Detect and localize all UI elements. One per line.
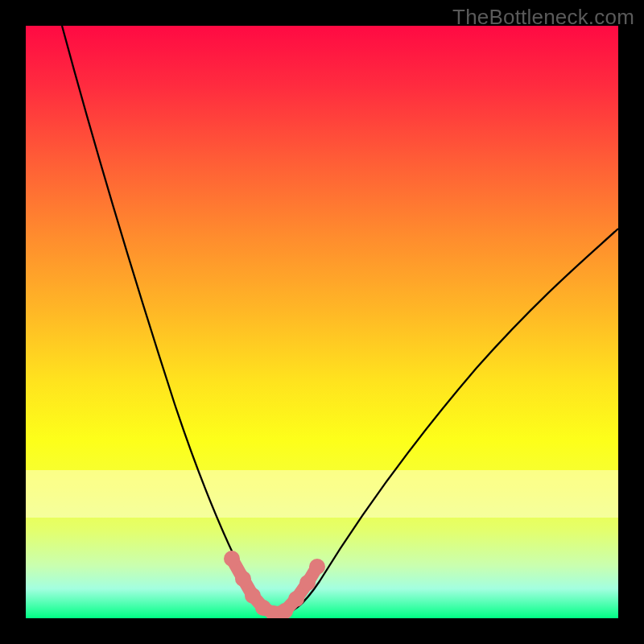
optimal-zone-point: [309, 559, 325, 575]
left-curve: [62, 26, 275, 616]
optimal-zone-point: [235, 571, 251, 587]
right-curve: [275, 229, 618, 616]
chart-svg: [26, 26, 618, 618]
optimal-zone-point: [299, 575, 316, 591]
plot-area: [26, 26, 618, 618]
optimal-zone-point: [288, 591, 304, 607]
optimal-zone-point: [224, 551, 240, 567]
chart-frame: TheBottleneck.com: [0, 0, 644, 644]
